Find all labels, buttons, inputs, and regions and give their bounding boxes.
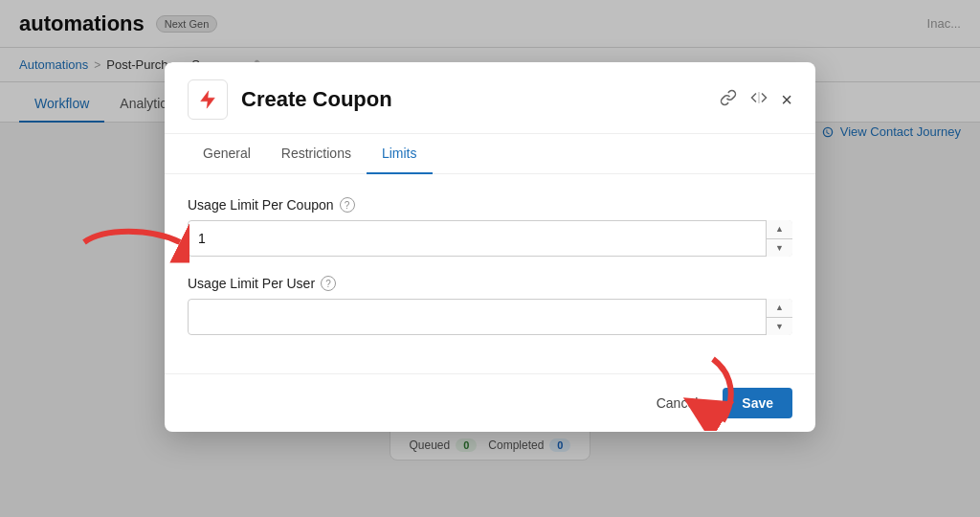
user-spinner: ▲ ▼ — [766, 299, 792, 335]
modal-tabs: General Restrictions Limits — [165, 134, 815, 174]
modal-tab-restrictions[interactable]: Restrictions — [266, 134, 367, 174]
modal-tab-limits[interactable]: Limits — [367, 134, 433, 174]
link-icon[interactable] — [720, 89, 737, 111]
svg-marker-0 — [201, 91, 215, 108]
modal-footer: Cancel Save — [165, 373, 815, 432]
close-icon[interactable]: × — [781, 89, 792, 111]
usage-limit-per-user-label: Usage Limit Per User ? — [188, 276, 792, 291]
usage-limit-per-user-wrapper: ▲ ▼ — [188, 299, 792, 335]
coupon-spinner-down[interactable]: ▼ — [767, 239, 792, 258]
usage-limit-per-user-group: Usage Limit Per User ? ▲ ▼ — [188, 276, 792, 335]
user-spinner-down[interactable]: ▼ — [767, 318, 792, 336]
usage-limit-per-user-input[interactable] — [188, 299, 792, 335]
cancel-button[interactable]: Cancel — [641, 388, 714, 418]
info-icon-user[interactable]: ? — [321, 276, 336, 291]
lightning-icon — [197, 89, 218, 110]
create-coupon-modal: Create Coupon × General Rest — [165, 62, 815, 432]
usage-limit-per-coupon-wrapper: ▲ ▼ — [188, 220, 792, 257]
modal-icon-box — [188, 79, 228, 120]
coupon-spinner-up[interactable]: ▲ — [767, 220, 792, 239]
modal-title: Create Coupon — [241, 87, 706, 112]
usage-limit-per-coupon-group: Usage Limit Per Coupon ? ▲ ▼ — [188, 197, 792, 257]
modal-tab-general[interactable]: General — [188, 134, 266, 174]
coupon-spinner: ▲ ▼ — [766, 220, 792, 257]
usage-limit-per-coupon-label: Usage Limit Per Coupon ? — [188, 197, 792, 213]
info-icon-coupon[interactable]: ? — [340, 197, 355, 213]
modal-header-icons: × — [720, 89, 792, 111]
usage-limit-per-coupon-input[interactable] — [188, 220, 792, 257]
modal-header: Create Coupon × — [165, 62, 815, 134]
code-icon[interactable] — [750, 89, 768, 111]
modal-body: Usage Limit Per Coupon ? ▲ ▼ Usage Limit… — [165, 174, 815, 373]
user-spinner-up[interactable]: ▲ — [767, 299, 792, 318]
save-button[interactable]: Save — [723, 388, 792, 418]
